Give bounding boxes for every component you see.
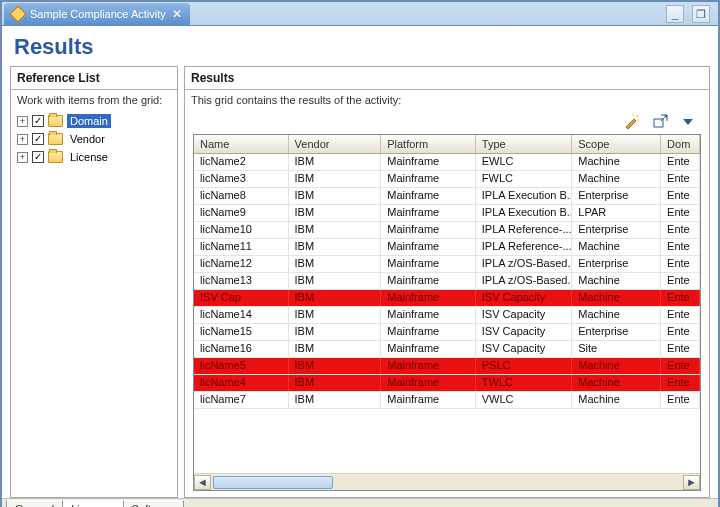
table-cell: Enterprise bbox=[572, 222, 661, 238]
table-cell: Ente bbox=[661, 256, 700, 272]
maximize-button[interactable]: ❐ bbox=[692, 5, 710, 23]
table-cell: Ente bbox=[661, 273, 700, 289]
table-cell: IBM bbox=[289, 290, 382, 306]
table-cell: IBM bbox=[289, 324, 382, 340]
grid-body[interactable]: licName2IBMMainframeEWLCMachineEntelicNa… bbox=[194, 154, 700, 473]
expand-icon[interactable]: + bbox=[17, 116, 28, 127]
bottom-tabbar: GeneralLicensesSoftware bbox=[2, 498, 718, 507]
scroll-left-button[interactable]: ◄ bbox=[194, 475, 211, 490]
bottom-tab-general[interactable]: General bbox=[6, 500, 63, 507]
table-row[interactable]: licName12IBMMainframeIPLA z/OS-Based...E… bbox=[194, 256, 700, 273]
table-cell: licName14 bbox=[194, 307, 289, 323]
table-row[interactable]: licName14IBMMainframeISV CapacityMachine… bbox=[194, 307, 700, 324]
table-cell: IBM bbox=[289, 154, 382, 170]
table-row[interactable]: licName11IBMMainframeIPLA Reference-...M… bbox=[194, 239, 700, 256]
table-cell: VWLC bbox=[476, 392, 572, 408]
table-row[interactable]: licName13IBMMainframeIPLA z/OS-Based...M… bbox=[194, 273, 700, 290]
column-header-platform[interactable]: Platform bbox=[381, 135, 476, 153]
table-cell: Mainframe bbox=[381, 290, 476, 306]
table-row[interactable]: ISV CapIBMMainframeISV CapacityMachineEn… bbox=[194, 290, 700, 307]
table-cell: Machine bbox=[572, 358, 661, 374]
scroll-thumb[interactable] bbox=[213, 476, 333, 489]
checkbox[interactable] bbox=[32, 151, 44, 163]
header-toolbox: _ ❐ bbox=[666, 5, 718, 25]
table-cell: ISV Cap bbox=[194, 290, 289, 306]
expand-icon[interactable]: + bbox=[17, 134, 28, 145]
table-cell: Mainframe bbox=[381, 375, 476, 391]
reference-list-hint: Work with items from the grid: bbox=[17, 94, 171, 106]
table-row[interactable]: licName4IBMMainframeTWLCMachineEnte bbox=[194, 375, 700, 392]
table-cell: IBM bbox=[289, 205, 382, 221]
table-cell: licName7 bbox=[194, 392, 289, 408]
view-tab-sample-compliance[interactable]: Sample Compliance Activity ✕ bbox=[4, 3, 190, 25]
table-cell: licName2 bbox=[194, 154, 289, 170]
results-grid: Name Vendor Platform Type Scope Dom licN… bbox=[193, 134, 701, 491]
table-row[interactable]: licName9IBMMainframeIPLA Execution B...L… bbox=[194, 205, 700, 222]
table-row[interactable]: licName5IBMMainframePSLCMachineEnte bbox=[194, 358, 700, 375]
tree-node-domain[interactable]: + Domain bbox=[17, 112, 171, 130]
table-cell: IPLA Execution B... bbox=[476, 205, 572, 221]
scroll-right-button[interactable]: ► bbox=[683, 475, 700, 490]
table-cell: Machine bbox=[572, 239, 661, 255]
column-header-name[interactable]: Name bbox=[194, 135, 289, 153]
table-row[interactable]: licName15IBMMainframeISV CapacityEnterpr… bbox=[194, 324, 700, 341]
column-header-vendor[interactable]: Vendor bbox=[289, 135, 382, 153]
wizard-icon[interactable] bbox=[623, 112, 641, 130]
tree-node-license[interactable]: + License bbox=[17, 148, 171, 166]
horizontal-scrollbar[interactable]: ◄ ► bbox=[194, 473, 700, 490]
table-cell: Mainframe bbox=[381, 256, 476, 272]
table-cell: Mainframe bbox=[381, 239, 476, 255]
table-cell: ISV Capacity bbox=[476, 324, 572, 340]
table-cell: ISV Capacity bbox=[476, 307, 572, 323]
table-cell: LPAR bbox=[572, 205, 661, 221]
table-row[interactable]: licName2IBMMainframeEWLCMachineEnte bbox=[194, 154, 700, 171]
table-row[interactable]: licName7IBMMainframeVWLCMachineEnte bbox=[194, 392, 700, 409]
table-cell: Mainframe bbox=[381, 188, 476, 204]
table-cell: Enterprise bbox=[572, 188, 661, 204]
column-header-scope[interactable]: Scope bbox=[572, 135, 661, 153]
table-cell: Ente bbox=[661, 188, 700, 204]
table-cell: FWLC bbox=[476, 171, 572, 187]
close-icon[interactable]: ✕ bbox=[172, 8, 182, 20]
expand-icon[interactable]: + bbox=[17, 152, 28, 163]
table-cell: Ente bbox=[661, 307, 700, 323]
folder-icon bbox=[48, 133, 63, 145]
table-row[interactable]: licName10IBMMainframeIPLA Reference-...E… bbox=[194, 222, 700, 239]
grid-header: Name Vendor Platform Type Scope Dom bbox=[194, 135, 700, 154]
view-menu-button[interactable] bbox=[679, 112, 697, 130]
table-cell: Machine bbox=[572, 307, 661, 323]
table-cell: Machine bbox=[572, 392, 661, 408]
column-header-domain[interactable]: Dom bbox=[661, 135, 700, 153]
view-tab-label: Sample Compliance Activity bbox=[30, 8, 166, 20]
table-cell: licName9 bbox=[194, 205, 289, 221]
table-cell: Mainframe bbox=[381, 341, 476, 357]
table-cell: IPLA z/OS-Based... bbox=[476, 256, 572, 272]
folder-icon bbox=[48, 115, 63, 127]
table-cell: IBM bbox=[289, 256, 382, 272]
table-row[interactable]: licName3IBMMainframeFWLCMachineEnte bbox=[194, 171, 700, 188]
bottom-tab-licenses[interactable]: Licenses bbox=[62, 500, 123, 507]
table-cell: EWLC bbox=[476, 154, 572, 170]
table-cell: IBM bbox=[289, 392, 382, 408]
tree-node-vendor[interactable]: + Vendor bbox=[17, 130, 171, 148]
checkbox[interactable] bbox=[32, 133, 44, 145]
minimize-button[interactable]: _ bbox=[666, 5, 684, 23]
table-row[interactable]: licName16IBMMainframeISV CapacitySiteEnt… bbox=[194, 341, 700, 358]
table-cell: Mainframe bbox=[381, 205, 476, 221]
bottom-tab-software[interactable]: Software bbox=[123, 500, 184, 507]
table-row[interactable]: licName8IBMMainframeIPLA Execution B...E… bbox=[194, 188, 700, 205]
table-cell: Ente bbox=[661, 324, 700, 340]
table-cell: Mainframe bbox=[381, 358, 476, 374]
table-cell: Enterprise bbox=[572, 256, 661, 272]
column-header-type[interactable]: Type bbox=[476, 135, 572, 153]
scroll-track[interactable] bbox=[211, 475, 683, 490]
table-cell: licName3 bbox=[194, 171, 289, 187]
table-cell: Ente bbox=[661, 358, 700, 374]
folder-icon bbox=[48, 151, 63, 163]
table-cell: Mainframe bbox=[381, 324, 476, 340]
table-cell: PSLC bbox=[476, 358, 572, 374]
checkbox[interactable] bbox=[32, 115, 44, 127]
table-cell: IBM bbox=[289, 358, 382, 374]
export-icon[interactable] bbox=[651, 112, 669, 130]
table-cell: Mainframe bbox=[381, 307, 476, 323]
